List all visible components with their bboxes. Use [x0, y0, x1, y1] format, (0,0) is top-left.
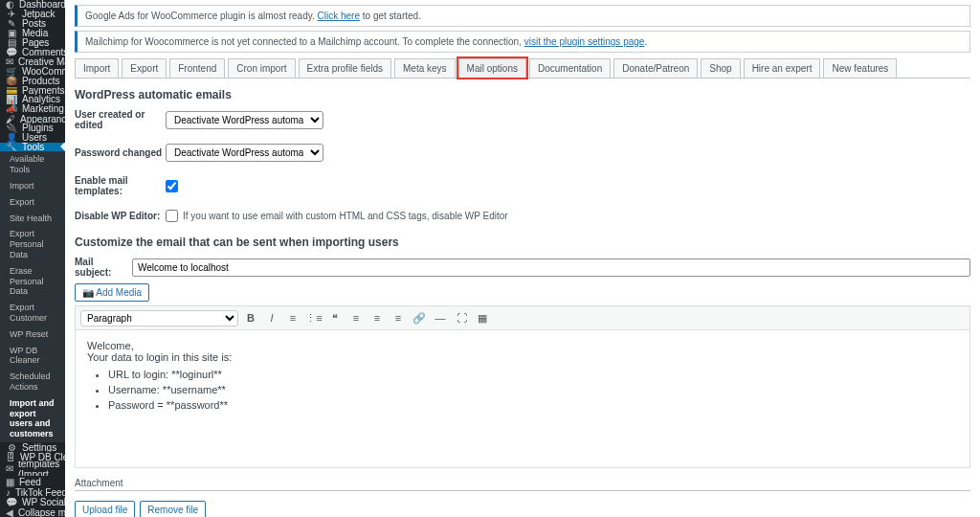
woo-icon: 🛒 — [6, 67, 17, 77]
sidebar-item-woocommerce[interactable]: 🛒WooCommerce — [0, 67, 65, 77]
sidebar-item-label: Tools — [22, 143, 44, 152]
sidebar-item-posts[interactable]: ✎Posts — [0, 19, 65, 29]
subitem-import[interactable]: Import — [0, 178, 65, 194]
sidebar-item-creative-mail[interactable]: ✉Creative Mail — [0, 56, 65, 66]
bullet-list-icon[interactable]: ≡ — [284, 309, 301, 326]
sidebar-item-db-cleaner[interactable]: 🗄WP DB Cleaner — [0, 452, 65, 461]
marketing-icon: 📣 — [6, 104, 17, 114]
grid-icon: ▦ — [6, 477, 14, 488]
sidebar-item-users[interactable]: 👤Users — [0, 133, 65, 143]
sidebar-item-marketing[interactable]: 📣Marketing — [0, 104, 65, 114]
align-center-icon[interactable]: ≡ — [368, 309, 386, 326]
align-left-icon[interactable]: ≡ — [347, 309, 365, 326]
mail-icon: ✉ — [6, 463, 13, 475]
sidebar-item-dashboard[interactable]: ◐Dashboard — [0, 0, 65, 10]
label-disable-editor: Disable WP Editor: — [75, 211, 166, 221]
align-right-icon[interactable]: ≡ — [390, 309, 407, 326]
more-icon[interactable]: — — [432, 309, 449, 326]
format-select[interactable]: Paragraph — [80, 310, 238, 326]
tab-frontend[interactable]: Frontend — [169, 58, 225, 78]
editor-toolbar: Paragraph B I ≡ ⋮≡ ❝ ≡ ≡ ≡ 🔗 — ⛶ ▦ — [75, 305, 970, 329]
tab-donate[interactable]: Donate/Patreon — [613, 58, 698, 78]
sidebar-item-email-templates[interactable]: ✉Email templates (Import Users) — [0, 461, 65, 476]
media-icon: ▣ — [6, 29, 17, 38]
input-mail-subject[interactable] — [132, 258, 970, 277]
sidebar-item-social-feed[interactable]: ▦Social Feed Gallery — [0, 476, 65, 488]
notice-google-ads: Google Ads for WooCommerce plugin is alm… — [75, 5, 970, 27]
user-icon: 👤 — [6, 133, 17, 143]
tab-meta-keys[interactable]: Meta keys — [394, 58, 456, 78]
sidebar-item-payments[interactable]: 💳Payments — [0, 85, 65, 95]
notice-link[interactable]: Click here — [318, 11, 360, 21]
sidebar-item-products[interactable]: 📦Products — [0, 76, 65, 85]
subitem-export[interactable]: Export — [0, 194, 65, 211]
tab-import[interactable]: Import — [75, 58, 119, 78]
sidebar-item-settings[interactable]: ⚙Settings — [0, 442, 65, 452]
plugin-tabs: Import Export Frontend Cron import Extra… — [75, 58, 970, 79]
sidebar-item-tiktok[interactable]: ♪TikTok Feed — [0, 488, 65, 498]
sidebar-item-label: WP DB Cleaner — [20, 452, 65, 461]
db-icon: 🗄 — [6, 452, 15, 461]
upload-file-button[interactable]: Upload file — [75, 501, 135, 517]
subitem-import-export-users[interactable]: Import and export users and customers — [0, 395, 65, 442]
sidebar-item-label: Creative Mail — [18, 56, 65, 66]
tab-export[interactable]: Export — [122, 58, 167, 78]
products-icon: 📦 — [6, 76, 17, 85]
sidebar-item-media[interactable]: ▣Media — [0, 29, 65, 38]
admin-sidebar: ◐Dashboard ✈Jetpack ✎Posts ▣Media ▤Pages… — [0, 0, 65, 517]
editor-list-item: Password = **password** — [108, 399, 958, 411]
checkbox-disable-editor[interactable] — [166, 210, 178, 222]
notice-text: to get started. — [360, 11, 421, 21]
attachment-divider — [75, 490, 970, 491]
quote-icon[interactable]: ❝ — [326, 309, 344, 326]
tab-extra-profile[interactable]: Extra profile fields — [299, 58, 391, 78]
subitem-erase-personal[interactable]: Erase Personal Data — [0, 263, 65, 300]
collapse-menu[interactable]: ◀Collapse menu — [0, 507, 65, 517]
subitem-wp-db-cleaner[interactable]: WP DB Cleaner — [0, 343, 65, 370]
section-title-auto-emails: WordPress automatic emails — [75, 88, 970, 101]
editor-content[interactable]: Welcome, Your data to login in this site… — [75, 329, 970, 468]
sidebar-item-analytics[interactable]: 📊Analytics — [0, 95, 65, 104]
remove-file-button[interactable]: Remove file — [140, 501, 206, 517]
number-list-icon[interactable]: ⋮≡ — [305, 309, 323, 326]
select-user-created[interactable]: Deactivate WordPress automatic email whe… — [166, 111, 323, 129]
sidebar-item-social-chat[interactable]: 💬WP Social Chat — [0, 498, 65, 507]
bold-icon[interactable]: B — [242, 309, 259, 326]
camera-icon: 📷 — [82, 287, 96, 298]
toolbar-toggle-icon[interactable]: ▦ — [474, 309, 491, 326]
tab-shop[interactable]: Shop — [701, 58, 740, 78]
subitem-available-tools[interactable]: Available Tools — [0, 151, 65, 178]
fullscreen-icon[interactable]: ⛶ — [453, 309, 470, 326]
editor-line: Your data to login in this site is: — [87, 351, 958, 363]
subitem-site-health[interactable]: Site Health — [0, 211, 65, 227]
subitem-export-customer[interactable]: Export Customer — [0, 300, 65, 326]
label-mail-subject: Mail subject: — [75, 257, 132, 278]
jetpack-icon: ✈ — [6, 10, 17, 19]
sidebar-item-plugins[interactable]: 🔌Plugins — [0, 124, 65, 133]
select-password-changed[interactable]: Deactivate WordPress automatic email whe… — [166, 144, 323, 162]
subitem-scheduled-actions[interactable]: Scheduled Actions — [0, 369, 65, 395]
tab-new-features[interactable]: New features — [823, 58, 897, 78]
row-disable-editor: Disable WP Editor: If you want to use em… — [75, 210, 970, 222]
editor-list-item: URL to login: **loginurl** — [108, 369, 958, 380]
checkbox-enable-templates[interactable] — [166, 180, 178, 192]
italic-icon[interactable]: I — [263, 309, 280, 326]
notice-link[interactable]: visit the plugin settings page — [524, 36, 645, 47]
subitem-export-personal[interactable]: Export Personal Data — [0, 226, 65, 262]
subitem-wp-reset[interactable]: WP Reset — [0, 326, 65, 343]
tab-documentation[interactable]: Documentation — [529, 58, 611, 78]
sidebar-item-jetpack[interactable]: ✈Jetpack — [0, 10, 65, 19]
notice-mailchimp: Mailchimp for Woocommerce is not yet con… — [75, 31, 970, 53]
sidebar-item-comments[interactable]: 💬Comments — [0, 48, 65, 57]
sidebar-item-appearance[interactable]: 🖌Appearance — [0, 114, 65, 124]
label-password-changed: Password changed — [75, 147, 166, 158]
tab-mail-options[interactable]: Mail options — [458, 58, 526, 78]
add-media-button[interactable]: 📷 Add Media — [75, 283, 149, 302]
disable-editor-note: If you want to use email with custom HTM… — [183, 211, 508, 221]
sidebar-item-tools[interactable]: 🔧Tools — [0, 143, 65, 152]
link-icon[interactable]: 🔗 — [411, 309, 428, 326]
sidebar-item-label: Media — [22, 29, 48, 38]
sidebar-item-pages[interactable]: ▤Pages — [0, 38, 65, 48]
tab-hire-expert[interactable]: Hire an expert — [744, 58, 821, 78]
tab-cron-import[interactable]: Cron import — [228, 58, 295, 78]
